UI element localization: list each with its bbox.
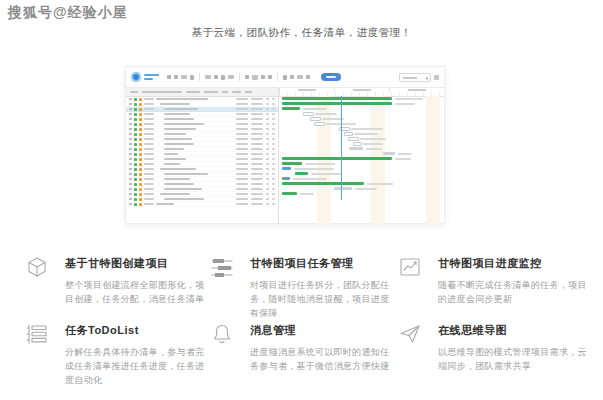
status-check-icon [134, 133, 137, 136]
date-cell [144, 198, 154, 200]
move-down-icon[interactable] [205, 75, 211, 79]
status-check-icon [134, 153, 137, 156]
row-meta [236, 118, 275, 120]
gantt-bar[interactable] [353, 142, 362, 146]
grid-icon[interactable] [261, 75, 265, 79]
gantt-bar[interactable] [282, 177, 290, 180]
row-meta [236, 123, 275, 125]
columns-icon[interactable] [268, 75, 272, 79]
gantt-bar-label [395, 98, 423, 100]
gantt-bar[interactable] [282, 157, 392, 160]
date-cell [144, 188, 154, 190]
task-type-icon [139, 118, 142, 121]
indent-icon[interactable] [214, 75, 218, 79]
date-cell [144, 103, 154, 105]
row-number [129, 188, 132, 190]
gantt-bar-label [311, 173, 341, 175]
status-check-icon [134, 193, 137, 196]
status-check-icon [134, 128, 137, 131]
row-number [129, 133, 132, 135]
row-meta [236, 128, 275, 130]
status-check-icon [134, 158, 137, 161]
gantt-timeline-header [279, 88, 444, 97]
gantt-bar[interactable] [310, 117, 321, 121]
gantt-bar[interactable] [282, 102, 392, 105]
gantt-bar[interactable] [295, 172, 308, 175]
gantt-bar[interactable] [282, 162, 302, 165]
task-type-icon [139, 188, 142, 191]
column-header [204, 91, 218, 93]
settings-icon[interactable] [290, 75, 294, 79]
feature-message-management: 消息管理 进度猫消息系统可以即时的通知任务参与者，基于微信消息方便快捷 [210, 320, 398, 387]
gantt-bar-label [395, 158, 411, 160]
status-check-icon [134, 118, 137, 121]
date-cell [144, 133, 154, 135]
view-select[interactable]: ▾ [399, 73, 431, 82]
outdent-icon[interactable] [221, 75, 225, 80]
task-type-icon [139, 193, 142, 196]
gantt-bar[interactable] [282, 97, 392, 100]
gantt-bar[interactable] [383, 152, 395, 155]
task-row[interactable] [126, 202, 278, 207]
date-cell [144, 168, 154, 170]
link-icon[interactable] [228, 75, 234, 79]
bell-icon [210, 320, 234, 387]
undo-icon[interactable] [174, 75, 178, 79]
zoom-icon[interactable] [167, 75, 171, 79]
gantt-bar[interactable] [349, 147, 363, 150]
task-name-cell [164, 118, 194, 120]
gantt-bar[interactable] [344, 132, 353, 136]
row-meta [236, 183, 275, 185]
status-check-icon [134, 103, 137, 106]
layout-icon[interactable] [283, 75, 287, 80]
app-toolbar-icons [167, 73, 310, 81]
task-type-icon [139, 153, 142, 156]
task-name-cell [164, 163, 180, 165]
export-icon[interactable] [297, 75, 303, 79]
row-meta [236, 143, 275, 145]
row-number [129, 118, 132, 120]
task-name-cell [160, 103, 190, 105]
split-icon[interactable] [245, 75, 249, 79]
status-check-icon [134, 98, 137, 101]
gantt-bar[interactable] [282, 107, 300, 110]
gantt-bar-label [395, 103, 415, 105]
gantt-bar-label [355, 188, 377, 190]
status-check-icon [134, 203, 137, 206]
column-header [232, 91, 241, 93]
column-header [222, 91, 228, 93]
date-cell [144, 193, 154, 195]
gantt-bar[interactable] [282, 192, 297, 195]
gantt-bar[interactable] [303, 112, 314, 116]
gantt-bar[interactable] [314, 122, 325, 126]
row-number [129, 143, 132, 145]
gantt-bar[interactable] [348, 137, 359, 141]
gantt-bar[interactable] [282, 167, 291, 170]
redo-icon[interactable] [181, 75, 187, 79]
gantt-bar-label [398, 153, 412, 155]
new-task-button[interactable] [321, 73, 341, 81]
row-meta [236, 108, 275, 110]
date-cell [144, 118, 154, 120]
row-number [129, 193, 132, 195]
chart-up-icon [398, 253, 422, 320]
status-check-icon [134, 143, 137, 146]
task-type-icon [139, 163, 142, 166]
todo-list-icon [25, 320, 49, 387]
share-icon[interactable] [306, 75, 310, 79]
task-type-icon [139, 198, 142, 201]
more-options-icon[interactable] [434, 75, 439, 80]
task-name-cell [164, 123, 204, 125]
gantt-bar-label [351, 128, 383, 130]
date-cell [144, 183, 154, 185]
gantt-day-row [279, 92, 444, 96]
chart-icon[interactable] [252, 75, 258, 80]
gantt-bar-label [315, 113, 337, 115]
gantt-bar[interactable] [334, 187, 352, 190]
task-table-pane [126, 88, 279, 224]
task-type-icon [139, 168, 142, 171]
row-number [129, 183, 132, 185]
gantt-bar[interactable] [282, 182, 364, 185]
row-number [129, 168, 132, 170]
move-up-icon[interactable] [190, 75, 194, 80]
